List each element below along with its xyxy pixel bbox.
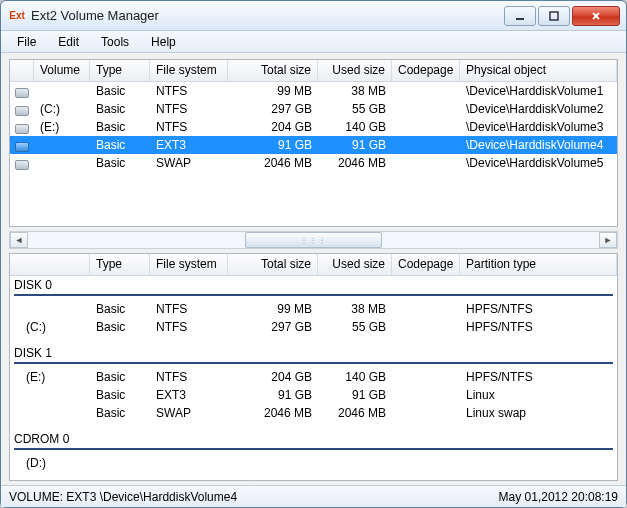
fs-cell — [150, 454, 228, 472]
codepage-cell — [392, 154, 460, 172]
col-used[interactable]: Used size — [318, 60, 392, 81]
drive-letter-cell — [10, 404, 90, 422]
volume-row[interactable]: (E:)BasicNTFS204 GB140 GB\Device\Harddis… — [10, 118, 617, 136]
used-cell: 55 GB — [318, 318, 392, 336]
scroll-right-arrow-icon[interactable]: ► — [599, 232, 617, 248]
total-cell: 99 MB — [228, 300, 318, 318]
disk-section-rule — [14, 362, 613, 364]
menubar: File Edit Tools Help — [1, 31, 626, 53]
app-icon: Ext — [9, 8, 25, 24]
col-icon[interactable] — [10, 60, 34, 81]
menu-tools[interactable]: Tools — [91, 33, 139, 51]
disk-icon — [10, 136, 34, 154]
disk-section-title: DISK 1 — [10, 344, 617, 362]
menu-file[interactable]: File — [7, 33, 46, 51]
maximize-button[interactable] — [538, 6, 570, 26]
col-lead[interactable] — [10, 254, 90, 275]
disk-icon — [10, 154, 34, 172]
codepage-cell — [392, 318, 460, 336]
col-volume[interactable]: Volume — [34, 60, 90, 81]
volume-cell: (E:) — [34, 118, 90, 136]
type-cell: Basic — [90, 404, 150, 422]
volume-cell — [34, 154, 90, 172]
titlebar[interactable]: Ext Ext2 Volume Manager — [1, 1, 626, 31]
partition-row[interactable]: BasicNTFS99 MB38 MBHPFS/NTFS — [10, 300, 617, 318]
partition-row[interactable]: BasicSWAP2046 MB2046 MBLinux swap — [10, 404, 617, 422]
status-left: VOLUME: EXT3 \Device\HarddiskVolume4 — [9, 490, 499, 504]
disk-section-title: CDROM 0 — [10, 430, 617, 448]
close-button[interactable] — [572, 6, 620, 26]
col-total[interactable]: Total size — [228, 60, 318, 81]
fs-cell: NTFS — [150, 300, 228, 318]
col-fs-b[interactable]: File system — [150, 254, 228, 275]
total-cell: 297 GB — [228, 318, 318, 336]
drive-letter-cell — [10, 386, 90, 404]
partition-row[interactable]: (C:)BasicNTFS297 GB55 GBHPFS/NTFS — [10, 318, 617, 336]
volume-row[interactable]: BasicSWAP2046 MB2046 MB\Device\HarddiskV… — [10, 154, 617, 172]
volume-row[interactable]: BasicNTFS99 MB38 MB\Device\HarddiskVolum… — [10, 82, 617, 100]
col-type-b[interactable]: Type — [90, 254, 150, 275]
type-cell: Basic — [90, 368, 150, 386]
disk-section-rule — [14, 448, 613, 450]
drive-letter-cell — [10, 300, 90, 318]
disk-icon — [10, 100, 34, 118]
fs-cell: NTFS — [150, 318, 228, 336]
partition-type-cell — [460, 454, 617, 472]
volume-cell — [34, 82, 90, 100]
used-cell: 140 GB — [318, 118, 392, 136]
codepage-cell — [392, 404, 460, 422]
col-physical[interactable]: Physical object — [460, 60, 617, 81]
fs-cell: EXT3 — [150, 136, 228, 154]
partition-type-cell: Linux swap — [460, 404, 617, 422]
col-partition-type[interactable]: Partition type — [460, 254, 617, 275]
codepage-cell — [392, 100, 460, 118]
type-cell: Basic — [90, 82, 150, 100]
type-cell: Basic — [90, 100, 150, 118]
content-area: Volume Type File system Total size Used … — [1, 53, 626, 485]
codepage-cell — [392, 118, 460, 136]
menu-help[interactable]: Help — [141, 33, 186, 51]
menu-edit[interactable]: Edit — [48, 33, 89, 51]
volume-row[interactable]: (C:)BasicNTFS297 GB55 GB\Device\Harddisk… — [10, 100, 617, 118]
scroll-thumb[interactable]: ⋮⋮⋮ — [245, 232, 382, 248]
partition-type-cell: HPFS/NTFS — [460, 368, 617, 386]
col-cp-b[interactable]: Codepage — [392, 254, 460, 275]
physical-cell: \Device\HarddiskVolume4 — [460, 136, 617, 154]
partition-row[interactable]: BasicEXT391 GB91 GBLinux — [10, 386, 617, 404]
partition-type-cell: HPFS/NTFS — [460, 318, 617, 336]
physical-cell: \Device\HarddiskVolume1 — [460, 82, 617, 100]
scroll-track[interactable]: ⋮⋮⋮ — [28, 232, 599, 248]
fs-cell: SWAP — [150, 404, 228, 422]
scroll-left-arrow-icon[interactable]: ◄ — [10, 232, 28, 248]
window-title: Ext2 Volume Manager — [31, 8, 504, 23]
partition-type-cell: HPFS/NTFS — [460, 300, 617, 318]
app-window: Ext Ext2 Volume Manager File Edit Tools … — [0, 0, 627, 508]
codepage-cell — [392, 82, 460, 100]
type-cell: Basic — [90, 118, 150, 136]
volume-cell — [34, 136, 90, 154]
physical-cell: \Device\HarddiskVolume5 — [460, 154, 617, 172]
col-type[interactable]: Type — [90, 60, 150, 81]
col-used-b[interactable]: Used size — [318, 254, 392, 275]
statusbar: VOLUME: EXT3 \Device\HarddiskVolume4 May… — [1, 485, 626, 507]
col-total-b[interactable]: Total size — [228, 254, 318, 275]
fs-cell: NTFS — [150, 100, 228, 118]
drive-letter-cell: (D:) — [10, 454, 90, 472]
col-filesystem[interactable]: File system — [150, 60, 228, 81]
disk-section-title: DISK 0 — [10, 276, 617, 294]
volume-row[interactable]: BasicEXT391 GB91 GB\Device\HarddiskVolum… — [10, 136, 617, 154]
partition-row[interactable]: (E:)BasicNTFS204 GB140 GBHPFS/NTFS — [10, 368, 617, 386]
used-cell: 91 GB — [318, 136, 392, 154]
minimize-button[interactable] — [504, 6, 536, 26]
physical-cell: \Device\HarddiskVolume3 — [460, 118, 617, 136]
disk-icon — [10, 82, 34, 100]
col-codepage[interactable]: Codepage — [392, 60, 460, 81]
horizontal-scrollbar[interactable]: ◄ ⋮⋮⋮ ► — [9, 231, 618, 249]
drive-letter-cell: (C:) — [10, 318, 90, 336]
disks-panel: Type File system Total size Used size Co… — [9, 253, 618, 481]
total-cell: 297 GB — [228, 100, 318, 118]
codepage-cell — [392, 300, 460, 318]
partition-row[interactable]: (D:) — [10, 454, 617, 472]
type-cell: Basic — [90, 154, 150, 172]
drive-letter-cell: (E:) — [10, 368, 90, 386]
